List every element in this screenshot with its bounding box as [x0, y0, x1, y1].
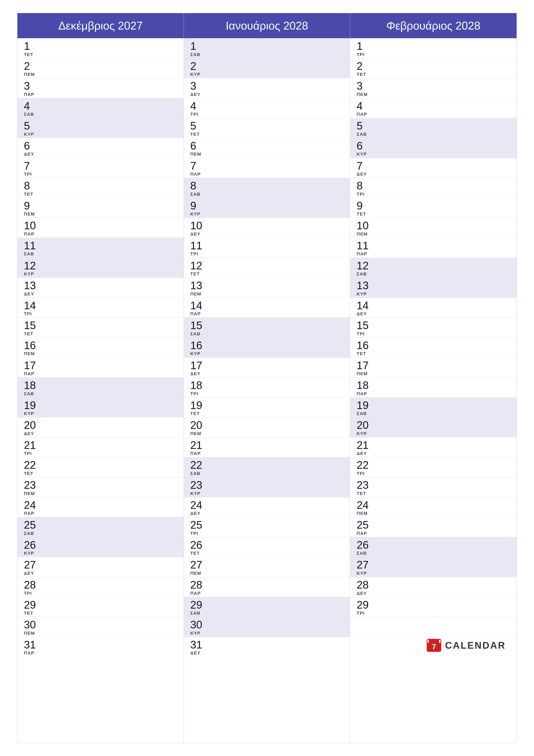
day-entry: 22ΣΑΒ	[184, 457, 350, 477]
day-number: 7	[24, 160, 177, 172]
day-entry: 24ΠΕΜ	[350, 498, 517, 517]
day-entry: 14ΤΡΙ	[17, 298, 184, 318]
day-entry: 23ΤΕΤ	[350, 477, 517, 498]
day-abbreviation: ΠΕΜ	[24, 211, 177, 216]
day-entry: 26ΚΥΡ	[17, 537, 184, 557]
day-entry: 8ΤΕΤ	[17, 178, 184, 198]
day-abbreviation: ΠΑΡ	[357, 391, 510, 396]
day-abbreviation: ΤΕΤ	[191, 411, 343, 416]
svg-rect-4	[439, 640, 440, 643]
day-entry: 12ΚΥΡ	[17, 258, 184, 278]
day-entry: 28ΠΑΡ	[184, 577, 350, 597]
day-abbreviation: ΣΑΒ	[357, 411, 510, 416]
brand-name: CALENDAR	[445, 640, 506, 651]
day-number: 5	[191, 120, 343, 132]
day-number: 16	[357, 340, 510, 351]
day-abbreviation: ΔΕΥ	[191, 650, 343, 655]
day-entry: 19ΤΕΤ	[184, 398, 350, 418]
day-number: 1	[24, 40, 177, 52]
day-abbreviation: ΣΑΒ	[191, 331, 343, 336]
day-abbreviation: ΚΥΡ	[191, 491, 343, 496]
day-number: 3	[24, 80, 177, 92]
day-entry: 1ΤΡΙ	[350, 39, 517, 58]
day-abbreviation: ΠΑΡ	[24, 231, 177, 236]
day-entry: 7ΔΕΥ	[350, 158, 517, 178]
day-abbreviation: ΤΡΙ	[357, 52, 510, 57]
day-entry: 9ΠΕΜ	[17, 198, 184, 218]
day-entry: 12ΤΕΤ	[184, 258, 350, 278]
day-number: 20	[357, 419, 510, 431]
day-abbreviation: ΚΥΡ	[24, 271, 177, 276]
day-abbreviation: ΠΑΡ	[191, 591, 343, 596]
day-number: 18	[357, 380, 510, 391]
day-abbreviation: ΤΕΤ	[191, 132, 343, 137]
day-abbreviation: ΚΥΡ	[24, 132, 177, 137]
day-entry: 21ΠΑΡ	[184, 438, 350, 458]
day-number: 22	[191, 459, 343, 471]
day-abbreviation: ΤΡΙ	[357, 610, 510, 615]
day-abbreviation: ΤΡΙ	[191, 531, 343, 536]
day-number: 12	[24, 260, 177, 272]
day-abbreviation: ΤΡΙ	[24, 311, 177, 316]
day-abbreviation: ΠΕΜ	[24, 351, 177, 356]
day-number: 27	[191, 559, 343, 571]
month-col-dec-2027: Δεκέμβριος 20271ΤΕΤ2ΠΕΜ3ΠΑΡ4ΣΑΒ5ΚΥΡ6ΔΕΥ7…	[17, 13, 184, 743]
day-number: 17	[24, 360, 177, 371]
day-number: 13	[191, 280, 343, 291]
day-abbreviation: ΔΕΥ	[357, 311, 510, 316]
day-number: 10	[357, 220, 510, 231]
day-number: 20	[24, 419, 177, 431]
day-abbreviation: ΤΕΤ	[24, 471, 177, 476]
day-number: 4	[24, 100, 177, 112]
day-abbreviation: ΚΥΡ	[191, 351, 343, 356]
day-abbreviation: ΠΕΜ	[191, 571, 343, 576]
day-number: 9	[357, 200, 510, 212]
day-entry: 24ΠΑΡ	[17, 498, 184, 517]
day-entry: 13ΠΕΜ	[184, 278, 350, 298]
day-abbreviation: ΔΕΥ	[357, 591, 510, 596]
day-entry: 30ΠΕΜ	[17, 617, 184, 637]
day-abbreviation: ΠΑΡ	[191, 172, 343, 176]
day-abbreviation: ΤΕΤ	[357, 491, 510, 496]
day-entry: 2ΤΕΤ	[350, 58, 517, 78]
day-number: 4	[357, 100, 510, 112]
day-abbreviation: ΠΕΜ	[357, 511, 510, 516]
day-entry: 28ΤΡΙ	[17, 577, 184, 597]
day-entry: 16ΤΕΤ	[350, 338, 517, 358]
day-number: 23	[24, 479, 177, 491]
day-abbreviation: ΔΕΥ	[24, 291, 177, 296]
day-number: 10	[191, 220, 343, 231]
day-number: 14	[191, 300, 343, 311]
day-entry: 11ΣΑΒ	[17, 238, 184, 258]
day-abbreviation: ΤΡΙ	[191, 251, 343, 256]
day-entry: 31ΠΑΡ	[17, 637, 184, 657]
day-number: 3	[191, 80, 343, 92]
day-abbreviation: ΠΕΜ	[357, 231, 510, 236]
month-header: Φεβρουάριος 2028	[350, 13, 517, 39]
day-entry: 4ΠΑΡ	[350, 98, 517, 118]
svg-text:7: 7	[432, 643, 436, 651]
day-entry: 30ΚΥΡ	[184, 617, 350, 637]
day-abbreviation: ΚΥΡ	[191, 72, 343, 77]
day-number: 13	[357, 280, 510, 291]
day-abbreviation: ΤΡΙ	[24, 172, 177, 176]
day-number: 23	[191, 479, 343, 491]
day-entry: 26ΤΕΤ	[184, 537, 350, 557]
day-abbreviation: ΚΥΡ	[357, 291, 510, 296]
day-abbreviation: ΠΕΜ	[191, 431, 343, 436]
day-entry: 19ΣΑΒ	[350, 398, 517, 418]
day-entry: 10ΔΕΥ	[184, 218, 350, 238]
day-abbreviation: ΣΑΒ	[24, 531, 177, 536]
day-entry: 7ΠΑΡ	[184, 158, 350, 178]
day-entry: 15ΣΑΒ	[184, 318, 350, 338]
day-entry: 29ΤΕΤ	[17, 597, 184, 617]
day-abbreviation: ΣΑΒ	[24, 251, 177, 256]
day-number: 18	[191, 380, 343, 391]
day-entry: 1ΤΕΤ	[17, 39, 184, 58]
day-entry: 13ΚΥΡ	[350, 278, 517, 298]
day-entry: 6ΔΕΥ	[17, 138, 184, 158]
day-abbreviation: ΤΕΤ	[24, 192, 177, 197]
day-entry: 25ΤΡΙ	[184, 517, 350, 537]
day-number: 21	[24, 440, 177, 451]
day-abbreviation: ΚΥΡ	[357, 571, 510, 576]
